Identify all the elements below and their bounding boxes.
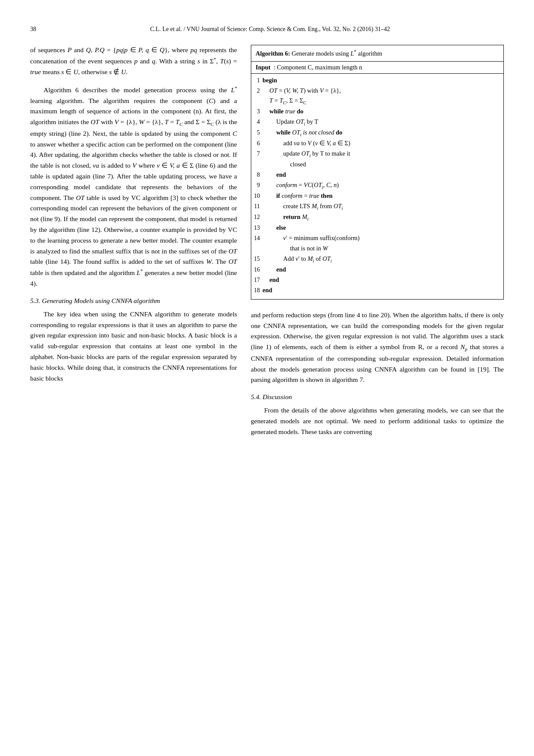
algo-line-5: 5 while OTi is not closed do: [253, 128, 502, 138]
algo-line-13: 13 else: [253, 223, 502, 233]
s54-p1: From the details of the above algorithms…: [251, 405, 504, 437]
section-5-4-heading: 5.4. Discussion: [251, 393, 504, 401]
algo-line-15: 15 Add v′ to Mi of OTi: [253, 254, 502, 265]
right-p1: and perform reduction steps (from line 4…: [251, 310, 504, 385]
algo6-body: 1 begin 2 OT = (V, W, T) with V = {λ}, T…: [251, 74, 503, 299]
main-content: of sequences P and Q, P.Q = {pq|p ∈ P, q…: [30, 45, 504, 444]
section-5-3-heading: 5.3. Generating Models using CNNFA algor…: [30, 297, 237, 305]
right-text-1: and perform reduction steps (from line 4…: [251, 310, 504, 385]
algo-line-14: 14 v′ = minimum suffix(conform): [253, 233, 502, 244]
algo-line-2b: T = TC, Σ = ΣC: [253, 96, 502, 106]
algo-line-14b: that is not in W: [253, 244, 502, 254]
algo-line-1: 1 begin: [253, 75, 502, 86]
page: 38 C.L. Le et al. / VNU Journal of Scien…: [0, 0, 534, 756]
algo-line-9: 9 conform = VC(OTi, C, n): [253, 180, 502, 191]
header-title: C.L. Le et al. / VNU Journal of Science:…: [36, 26, 504, 33]
algo6-desc-p1: Algorithm 6 describes the model generati…: [30, 84, 237, 289]
section-5-4-label: 5.4. Discussion: [251, 393, 292, 400]
section-5-3-text: The key idea when using the CNNFA algori…: [30, 309, 237, 384]
algo-line-6: 6 add va to V (v ∈ V, a ∈ Σ): [253, 138, 502, 149]
algo-line-7: 7 update OTi by T to make it: [253, 149, 502, 159]
algo-line-4: 4 Update OTi by T: [253, 117, 502, 128]
algo6-header: Algorithm 6: Generate models using L* al…: [251, 45, 503, 62]
algo-line-16: 16 end: [253, 265, 502, 275]
algo-line-12: 12 return Mi: [253, 212, 502, 223]
algo-line-8: 8 end: [253, 170, 502, 180]
algo-line-18: 18 end: [253, 285, 502, 296]
algo6-input: Input : Component C, maximum length n: [251, 62, 503, 74]
section-5-4-text: From the details of the above algorithms…: [251, 405, 504, 437]
right-column: Algorithm 6: Generate models using L* al…: [251, 45, 504, 444]
algo-line-10: 10 if conform = true then: [253, 191, 502, 201]
algo-line-3: 3 while true do: [253, 106, 502, 117]
algo6-input-label: Input: [256, 64, 271, 71]
s53-p1: The key idea when using the CNNFA algori…: [30, 309, 237, 384]
page-number: 38: [30, 26, 36, 33]
header: 38 C.L. Le et al. / VNU Journal of Scien…: [30, 26, 504, 33]
algo6-title: Algorithm 6:: [256, 50, 290, 57]
algo6-description: Algorithm 6 describes the model generati…: [30, 84, 237, 289]
algo-line-17: 17 end: [253, 275, 502, 285]
intro-text-1: of sequences P and Q, P.Q = {pq|p ∈ P, q…: [30, 45, 237, 78]
algo-line-2: 2 OT = (V, W, T) with V = {λ},: [253, 86, 502, 96]
intro-paragraph: of sequences P and Q, P.Q = {pq|p ∈ P, q…: [30, 45, 237, 78]
algo-line-11: 11 create LTS Mi from OTi: [253, 201, 502, 212]
algo-line-7b: closed: [253, 159, 502, 170]
algorithm-6-box: Algorithm 6: Generate models using L* al…: [251, 45, 504, 300]
left-column: of sequences P and Q, P.Q = {pq|p ∈ P, q…: [30, 45, 237, 444]
section-5-3-label: 5.3. Generating Models using CNNFA algor…: [30, 297, 160, 304]
